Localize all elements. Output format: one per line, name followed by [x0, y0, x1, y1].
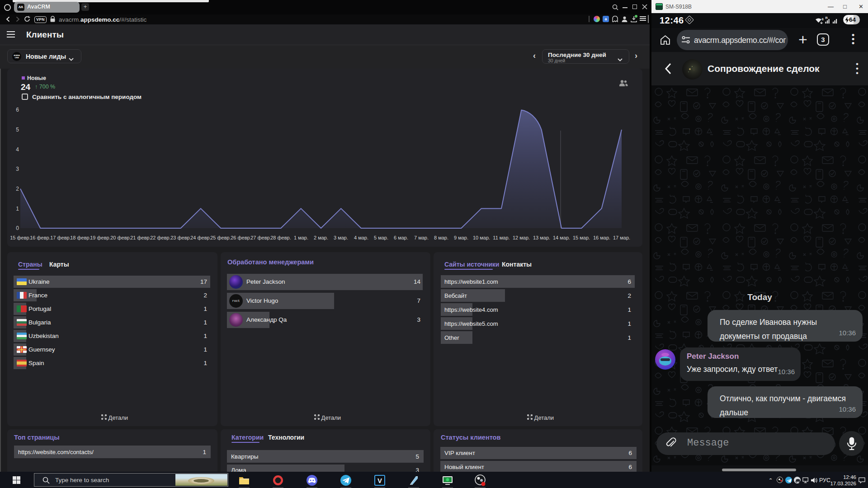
svg-text:6: 6	[822, 17, 824, 21]
svg-text:V: V	[377, 477, 382, 484]
svg-text:R: R	[826, 16, 828, 20]
